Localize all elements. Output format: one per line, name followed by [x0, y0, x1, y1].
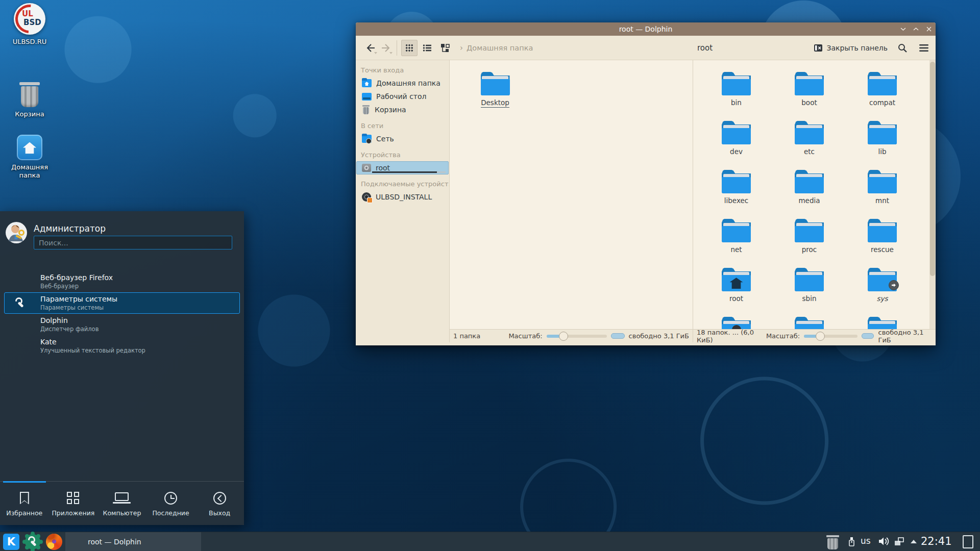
folder-item[interactable]: etc	[773, 121, 846, 170]
tray-trash-icon[interactable]	[826, 535, 840, 549]
firefox-icon[interactable]	[46, 534, 62, 550]
launcher-tab[interactable]: Выход	[195, 482, 244, 525]
launcher-tab-label: Избранное	[6, 509, 42, 517]
usb-device-icon[interactable]	[847, 536, 856, 547]
folder-item[interactable]: net	[700, 219, 773, 268]
dolphin-window: root — Dolphin › Домашняя папка root	[356, 22, 936, 345]
launcher-tab[interactable]: Последние	[146, 482, 195, 525]
titlebar[interactable]: root — Dolphin	[356, 22, 936, 36]
app-list-item[interactable]: Параметры системы Параметры системы	[4, 292, 240, 314]
places-section-items: ULBSD_INSTALL	[356, 190, 449, 204]
places-item[interactable]: Домашняя папка	[356, 77, 449, 90]
folder-item[interactable]: boot	[773, 72, 846, 121]
close-panel-button[interactable]: Закрыть панель	[814, 43, 888, 53]
menu-button[interactable]	[917, 41, 930, 55]
scrollbar[interactable]	[929, 60, 936, 329]
app-subtitle: Параметры системы	[40, 304, 104, 311]
folder-item[interactable]: proc	[773, 219, 846, 268]
folder-icon	[868, 268, 897, 291]
folders-panel[interactable]: bin boot	[693, 60, 929, 329]
places-item[interactable]: Корзина	[356, 103, 449, 116]
apps-grid-icon	[67, 492, 79, 504]
folder-label: dev	[730, 147, 743, 156]
app-subtitle: Улучшенный текстовый редактор	[40, 347, 145, 354]
folder-item[interactable]: root	[700, 268, 773, 317]
folder-item[interactable]: lib	[846, 121, 919, 170]
home-desktop-icon	[17, 135, 42, 160]
folder-item[interactable]: dev	[700, 121, 773, 170]
desktop-icon[interactable]: Домашняя папка	[4, 135, 55, 180]
app-list-item[interactable]: Dolphin Диспетчер файлов	[4, 314, 240, 335]
folder-label: sys	[876, 294, 888, 303]
places-item[interactable]: Рабочий стол	[356, 90, 449, 103]
slider-knob[interactable]	[559, 332, 568, 341]
search-button[interactable]	[896, 41, 909, 55]
show-desktop-button[interactable]	[963, 535, 973, 548]
maximize-icon[interactable]	[913, 27, 919, 32]
folder-item[interactable]: mnt	[846, 170, 919, 219]
clipboard-icon[interactable]	[894, 537, 904, 546]
system-settings-icon[interactable]	[25, 534, 40, 549]
folder-item[interactable]	[700, 317, 773, 329]
breadcrumb[interactable]: › Домашняя папка	[460, 43, 533, 53]
forward-button[interactable]	[378, 40, 394, 56]
desktop-icon-label: Корзина	[15, 110, 44, 118]
scrollbar-thumb[interactable]	[930, 62, 935, 276]
folder-item[interactable]: libexec	[700, 170, 773, 219]
launcher-tab[interactable]: Избранное	[0, 482, 49, 525]
app-list-item[interactable]: Kate Улучшенный текстовый редактор	[4, 335, 240, 357]
back-button[interactable]	[363, 40, 378, 56]
desktop-icon[interactable]: Корзина	[4, 80, 55, 118]
tree-view-button[interactable]	[437, 40, 453, 56]
kde-launcher-button[interactable]: K	[3, 534, 19, 550]
close-panel-label: Закрыть панель	[826, 44, 888, 52]
user-avatar[interactable]	[5, 221, 28, 244]
app-list-item[interactable]: Веб-браузер Firefox Веб-браузер	[4, 271, 240, 292]
folder-item[interactable]	[773, 317, 846, 329]
places-item[interactable]: Сеть	[356, 132, 449, 145]
volume-icon[interactable]	[878, 536, 889, 546]
folder-item[interactable]	[846, 317, 919, 329]
statusbar-right: 18 папок. ... (6,0 КиБ) Масштаб: свободн…	[693, 329, 936, 342]
folder-item[interactable]: sbin	[773, 268, 846, 317]
places-item[interactable]: ULBSD_INSTALL	[356, 190, 449, 204]
app-title: Веб-браузер Firefox	[40, 273, 113, 282]
slider-knob[interactable]	[816, 332, 825, 341]
zoom-slider[interactable]	[547, 331, 607, 341]
folder-item[interactable]: rescue	[846, 219, 919, 268]
launcher-tab-label: Приложения	[52, 509, 94, 517]
folder-item[interactable]: bin	[700, 72, 773, 121]
history-icon	[164, 492, 177, 505]
folder-icon	[722, 317, 751, 329]
places-item-label: Сеть	[376, 135, 394, 143]
main-view[interactable]: Desktop	[450, 60, 693, 329]
close-icon[interactable]	[926, 27, 932, 32]
places-item[interactable]: root	[356, 161, 449, 174]
right-panel-title[interactable]: root	[697, 36, 713, 60]
minimize-icon[interactable]	[900, 27, 906, 32]
folder-icon	[795, 317, 824, 329]
window-controls	[900, 22, 932, 36]
icons-view-button[interactable]	[401, 40, 418, 56]
places-section-header: Устройства	[361, 151, 449, 159]
launcher-tab[interactable]: Компьютер	[97, 482, 146, 525]
folder-item[interactable]: media	[773, 170, 846, 219]
folder-item[interactable]: sys	[846, 268, 919, 317]
folder-item[interactable]: compat	[846, 72, 919, 121]
launcher-tab-bar: Избранное Приложения Компьютер Последние…	[0, 481, 244, 525]
desktop-icon-label: Домашняя папка	[5, 163, 54, 180]
launcher-tab[interactable]: Приложения	[49, 482, 98, 525]
desktop-icon[interactable]: ULBSD ULBSD.RU	[4, 3, 55, 46]
desktop: Корзина Домашняя папка ULBSD ULBSD.RU ro…	[0, 0, 980, 551]
search-input[interactable]	[34, 236, 232, 249]
keyboard-layout[interactable]: us	[861, 536, 871, 546]
ulbsd-logo-text: BSD	[23, 18, 41, 27]
details-view-button[interactable]	[419, 40, 435, 56]
folder-icon	[481, 72, 510, 95]
tray-expand-icon[interactable]	[911, 540, 917, 543]
clock[interactable]: 22:41	[921, 535, 952, 547]
folder-item[interactable]: Desktop	[472, 72, 518, 108]
search-icon	[897, 43, 908, 53]
zoom-slider[interactable]	[804, 331, 857, 341]
taskbar-task[interactable]: root — Dolphin	[65, 532, 201, 551]
